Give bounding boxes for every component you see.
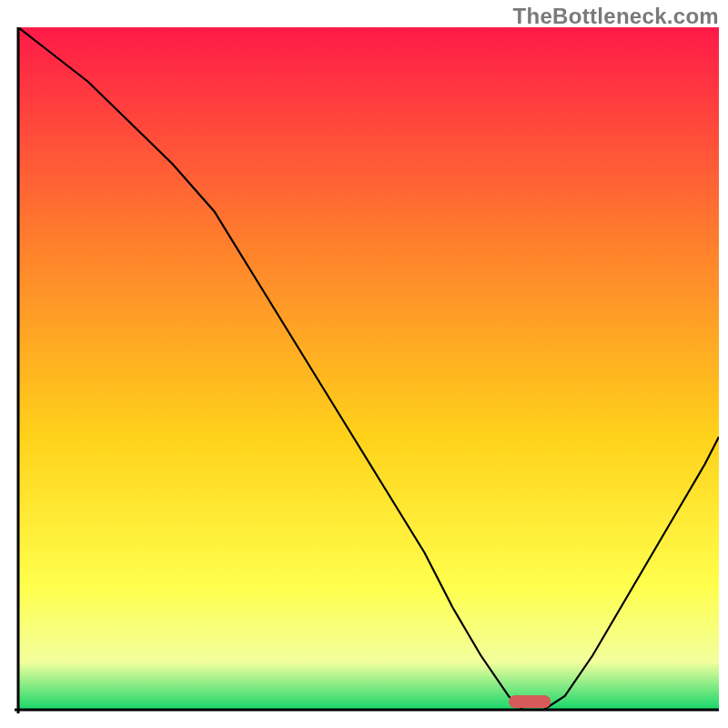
optimal-marker xyxy=(509,695,551,708)
chart-container: TheBottleneck.com xyxy=(0,0,728,728)
chart-svg xyxy=(0,0,728,728)
plot-background xyxy=(18,27,719,710)
